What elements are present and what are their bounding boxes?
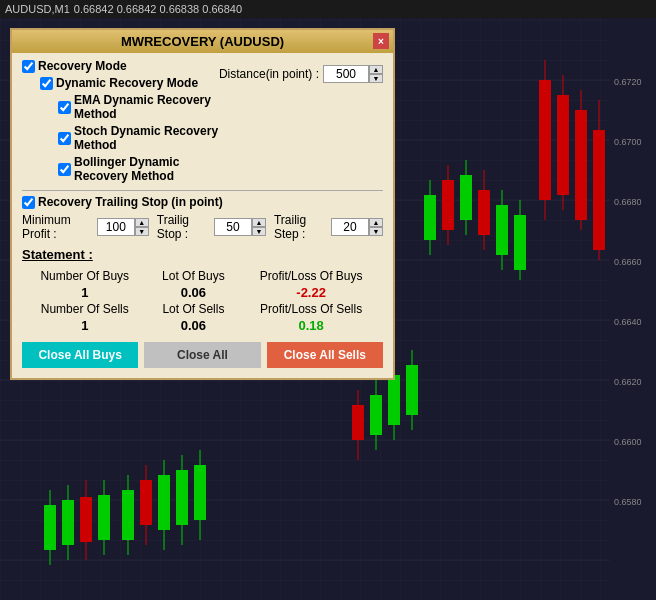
profit-sells-label: Profit/Loss Of Sells <box>239 301 383 317</box>
distance-input[interactable] <box>323 65 369 83</box>
profit-sells-value: 0.18 <box>239 317 383 334</box>
svg-rect-13 <box>539 80 551 200</box>
trailing-stop-label: Trailig Stop : <box>157 213 211 241</box>
svg-text:0.6660: 0.6660 <box>614 257 642 267</box>
svg-rect-27 <box>460 175 472 220</box>
svg-text:0.6620: 0.6620 <box>614 377 642 387</box>
trailing-step-up[interactable]: ▲ <box>369 218 383 227</box>
trailing-stop-checkbox[interactable] <box>22 196 35 209</box>
top-bar: AUDUSD,M1 0.66842 0.66842 0.66838 0.6684… <box>0 0 656 18</box>
mwrecovery-dialog: MWRECOVERY (AUDUSD) × Recovery Mode Dyna… <box>10 28 395 380</box>
dialog-body: Recovery Mode Dynamic Recovery Mode EMA … <box>12 53 393 378</box>
svg-rect-55 <box>80 497 92 542</box>
dialog-close-button[interactable]: × <box>373 33 389 49</box>
bollinger-checkbox[interactable] <box>58 163 71 176</box>
svg-rect-2 <box>610 0 656 600</box>
svg-text:0.6720: 0.6720 <box>614 77 642 87</box>
num-buys-label: Number Of Buys <box>22 268 148 284</box>
close-all-buys-button[interactable]: Close All Buys <box>22 342 138 368</box>
distance-spinner[interactable]: ▲ ▼ <box>369 65 383 83</box>
stats-table: Number Of Buys Lot Of Buys Profit/Loss O… <box>22 268 383 334</box>
svg-rect-35 <box>388 375 400 425</box>
min-profit-down[interactable]: ▼ <box>135 227 149 236</box>
svg-rect-47 <box>140 480 152 525</box>
svg-text:0.6640: 0.6640 <box>614 317 642 327</box>
svg-rect-43 <box>176 470 188 525</box>
svg-rect-23 <box>496 205 508 255</box>
trailing-step-input[interactable] <box>331 218 369 236</box>
close-all-sells-button[interactable]: Close All Sells <box>267 342 383 368</box>
bollinger-checkbox-label[interactable]: Bollinger Dynamic Recovery Method <box>58 155 219 183</box>
stoch-checkbox[interactable] <box>58 132 71 145</box>
svg-rect-57 <box>98 495 110 540</box>
close-all-button[interactable]: Close All <box>144 342 260 368</box>
price-display: 0.66842 0.66842 0.66838 0.66840 <box>74 3 242 15</box>
lot-sells-label: Lot Of Sells <box>148 301 240 317</box>
distance-down-arrow[interactable]: ▼ <box>369 74 383 83</box>
dialog-title: MWRECOVERY (AUDUSD) × <box>12 30 393 53</box>
action-buttons-row: Close All Buys Close All Close All Sells <box>22 342 383 368</box>
trailing-stop-spinner[interactable]: ▲ ▼ <box>252 218 266 236</box>
stoch-checkbox-label[interactable]: Stoch Dynamic Recovery Method <box>58 124 219 152</box>
trailing-stop-checkbox-label[interactable]: Recovery Trailing Stop (in point) <box>22 195 383 209</box>
svg-rect-31 <box>424 195 436 240</box>
svg-rect-39 <box>352 405 364 440</box>
trailing-step-spinner[interactable]: ▲ ▼ <box>369 218 383 236</box>
min-profit-spinner[interactable]: ▲ ▼ <box>135 218 149 236</box>
lot-buys-value: 0.06 <box>148 284 240 301</box>
svg-rect-49 <box>122 490 134 540</box>
svg-text:0.6600: 0.6600 <box>614 437 642 447</box>
lot-buys-label: Lot Of Buys <box>148 268 240 284</box>
svg-rect-41 <box>194 465 206 520</box>
svg-rect-29 <box>442 180 454 230</box>
ema-checkbox-label[interactable]: EMA Dynamic Recovery Method <box>58 93 219 121</box>
dynamic-recovery-checkbox[interactable] <box>40 77 53 90</box>
recovery-mode-checkbox-label[interactable]: Recovery Mode <box>22 59 127 73</box>
trailing-stop-up[interactable]: ▲ <box>252 218 266 227</box>
lot-sells-value: 0.06 <box>148 317 240 334</box>
profit-buys-label: Profit/Loss Of Buys <box>239 268 383 284</box>
profit-buys-value: -2.22 <box>239 284 383 301</box>
trailing-step-label: Trailig Step : <box>274 213 328 241</box>
svg-rect-45 <box>158 475 170 530</box>
svg-rect-25 <box>478 190 490 235</box>
ema-checkbox[interactable] <box>58 101 71 114</box>
svg-rect-37 <box>370 395 382 435</box>
recovery-mode-checkbox[interactable] <box>22 60 35 73</box>
num-buys-value: 1 <box>22 284 148 301</box>
svg-rect-17 <box>575 110 587 220</box>
min-profit-input[interactable] <box>97 218 135 236</box>
svg-rect-15 <box>557 95 569 195</box>
svg-text:0.6700: 0.6700 <box>614 137 642 147</box>
statement-title: Statement : <box>22 247 383 262</box>
trailing-step-down[interactable]: ▼ <box>369 227 383 236</box>
min-profit-label: Minimum Profit : <box>22 213 94 241</box>
num-sells-label: Number Of Sells <box>22 301 148 317</box>
symbol-display: AUDUSD,M1 <box>5 3 70 15</box>
svg-rect-53 <box>62 500 74 545</box>
svg-rect-51 <box>44 505 56 550</box>
num-sells-value: 1 <box>22 317 148 334</box>
svg-rect-21 <box>514 215 526 270</box>
min-profit-up[interactable]: ▲ <box>135 218 149 227</box>
svg-text:0.6680: 0.6680 <box>614 197 642 207</box>
svg-rect-19 <box>593 130 605 250</box>
dynamic-recovery-checkbox-label[interactable]: Dynamic Recovery Mode <box>40 76 198 90</box>
svg-rect-33 <box>406 365 418 415</box>
distance-label: Distance(in point) : <box>219 67 319 81</box>
svg-text:0.6580: 0.6580 <box>614 497 642 507</box>
distance-up-arrow[interactable]: ▲ <box>369 65 383 74</box>
trailing-stop-down[interactable]: ▼ <box>252 227 266 236</box>
trailing-stop-input[interactable] <box>214 218 252 236</box>
